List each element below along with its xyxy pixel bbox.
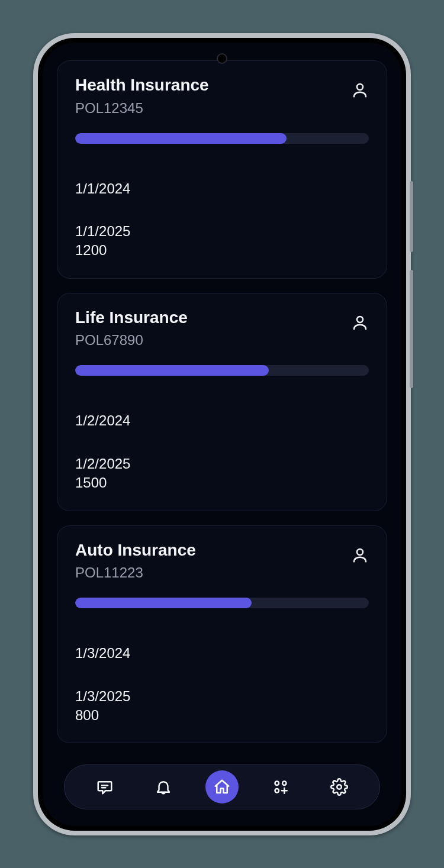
svg-point-1: [357, 317, 363, 322]
policy-card[interactable]: Auto Insurance POL11223 1/3/2024 1/3/2: [57, 525, 387, 744]
progress-bar: [75, 365, 369, 376]
policy-id: POL11223: [75, 564, 196, 581]
nav-notifications[interactable]: bell: [147, 770, 180, 804]
svg-point-5: [275, 782, 279, 786]
policy-id: POL12345: [75, 100, 209, 117]
policy-amount: 800: [75, 706, 369, 725]
progress-fill: [75, 598, 252, 608]
policy-list: Health Insurance POL12345 1/1/2024 1/1: [43, 43, 401, 826]
policy-end-date: 1/1/2025: [75, 222, 369, 241]
svg-point-7: [275, 789, 279, 793]
policy-start-date: 1/3/2024: [75, 644, 369, 663]
svg-point-0: [357, 84, 363, 90]
nav-chat[interactable]: chat: [88, 770, 121, 804]
policy-start-date: 1/1/2024: [75, 179, 369, 198]
policy-title: Auto Insurance: [75, 540, 196, 560]
policy-start-date: 1/2/2024: [75, 411, 369, 430]
policy-card[interactable]: Life Insurance POL67890 1/2/2024 1/2/2: [57, 293, 387, 511]
bottom-nav: chat bell home apps settings: [64, 764, 380, 809]
progress-fill: [75, 133, 287, 144]
progress-bar: [75, 133, 369, 144]
nav-apps[interactable]: apps: [264, 770, 297, 804]
user-icon[interactable]: [351, 314, 369, 334]
policy-amount: 1200: [75, 241, 369, 260]
user-icon[interactable]: [351, 546, 369, 566]
progress-fill: [75, 365, 269, 376]
svg-point-10: [337, 785, 342, 789]
policy-title: Life Insurance: [75, 308, 188, 328]
policy-id: POL67890: [75, 332, 188, 349]
svg-point-2: [357, 549, 363, 555]
nav-settings[interactable]: settings: [323, 770, 356, 804]
user-icon[interactable]: [351, 81, 369, 101]
policy-end-date: 1/3/2025: [75, 687, 369, 706]
policy-amount: 1500: [75, 473, 369, 492]
policy-title: Health Insurance: [75, 75, 209, 95]
svg-point-6: [282, 782, 287, 786]
nav-home[interactable]: home: [205, 770, 239, 804]
progress-bar: [75, 598, 369, 608]
front-camera: [217, 53, 227, 64]
policy-end-date: 1/2/2025: [75, 454, 369, 473]
policy-card[interactable]: Health Insurance POL12345 1/1/2024 1/1: [57, 60, 387, 279]
